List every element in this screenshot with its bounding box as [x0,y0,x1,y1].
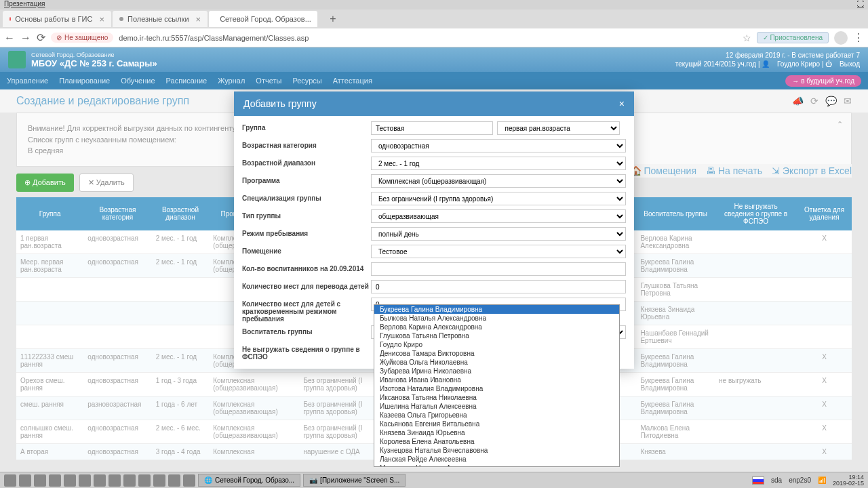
column-header[interactable]: Группа [16,197,83,230]
modal-close-icon[interactable]: × [619,98,625,109]
dropdown-option[interactable]: Верлова Карина Александровна [374,323,619,331]
close-icon[interactable]: × [196,14,201,24]
tray-icon[interactable] [79,474,91,487]
tray-icon[interactable] [108,474,121,487]
count2-input[interactable] [371,280,626,293]
dropdown-option[interactable]: Ишелина Наталья Алексеевна [374,402,619,411]
type-select[interactable]: общеразвивающая [371,209,626,223]
reload-button[interactable]: ⟳ [37,31,45,44]
tray-icon[interactable] [64,474,76,487]
wifi-icon[interactable]: 📶 [818,476,826,484]
dropdown-option[interactable]: Касьянова Евгения Витальевна [374,420,619,428]
forward-button[interactable]: → [20,32,31,44]
main-menu: УправлениеПланированиеОбучениеРасписание… [0,72,868,89]
close-icon[interactable]: × [99,14,104,24]
column-header[interactable]: Возрастная категория [83,197,151,230]
dropdown-option[interactable]: Князева Зинаида Юрьевна [374,428,619,437]
column-header[interactable]: Не выгружать сведения о группе в ФСПЭО [715,197,797,230]
tray-icon[interactable] [94,474,106,487]
tab-1[interactable]: Полезные ссылки× [113,11,208,27]
column-header[interactable]: Возрастной диапазон [152,197,210,230]
tray-icon[interactable] [153,474,165,487]
tray-icon[interactable] [19,474,31,487]
task-browser[interactable]: 🌐 Сетевой Город. Образо... [198,474,300,487]
exit-link[interactable]: Выход [840,60,860,68]
menu-item[interactable]: Отчеты [256,77,281,85]
tray-icon[interactable] [168,474,180,487]
group-input[interactable] [371,121,493,135]
menu-item[interactable]: Расписание [166,77,208,85]
fullscreen-icon[interactable]: ⛶ [857,0,864,9]
keyboard-flag-icon[interactable] [752,476,764,485]
page-title: Создание и редактирование групп [16,95,189,107]
future-year-badge[interactable]: → в будущий уч.год [785,75,861,87]
mail-icon[interactable]: ✉ [844,96,852,106]
bookmark-icon[interactable]: ☆ [743,33,751,43]
menu-item[interactable]: Журнал [218,77,245,85]
export-link[interactable]: ⇲ Экспорт в Excel [772,165,852,176]
add-button[interactable]: ⊕ Добавить [16,174,74,192]
start-icon[interactable] [4,474,16,487]
dropdown-option[interactable]: Букреева Галина Владимировна [374,305,619,314]
tray-icon[interactable] [183,474,195,487]
delete-button[interactable]: ✕ Удалить [79,174,134,192]
tray-icon[interactable] [34,474,46,487]
count1-input[interactable] [371,262,626,276]
dropdown-option[interactable]: Казеева Ольга Григорьевна [374,411,619,420]
url-field[interactable]: demo.ir-tech.ru:5557/asp/ClassManagement… [119,34,736,42]
group-sub-select[interactable]: первая ран.возраста [497,121,619,135]
dropdown-option[interactable]: Иксанова Татьяна Николаевна [374,393,619,402]
presentation-link[interactable]: Презентация [4,0,45,9]
new-tab-button[interactable]: + [319,11,347,27]
tab-2[interactable]: Сетевой Город. Образов...× [209,11,317,27]
dropdown-option[interactable]: Зубарева Ирина Николаевна [374,367,619,375]
megaphone-icon[interactable]: 📣 [792,96,804,106]
menu-item[interactable]: Аттестация [333,77,372,85]
program-select[interactable]: Комплексная (общеразвивающая) [371,174,626,188]
suspend-badge[interactable]: ✓ Приостановлена [757,32,829,43]
dropdown-option[interactable]: Королева Елена Анатольевна [374,437,619,446]
net-enp: enp2s0 [789,476,811,484]
room-select[interactable]: Тестовое [371,245,626,258]
dropdown-option[interactable]: Ланская Рейде Алексеевна [374,455,619,464]
menu-icon[interactable]: ⋮ [853,31,864,44]
security-badge[interactable]: ⊘ Не защищено [51,33,113,43]
tray-icon[interactable] [123,474,136,487]
column-header[interactable]: Воспитатель группы [636,197,715,230]
chat-icon[interactable]: 💬 [825,96,837,106]
browser-tabs: Основы работы в ГИС× Полезные ссылки× Се… [0,9,868,28]
tray-icon[interactable] [49,474,61,487]
age-range-select[interactable]: 2 мес. - 1 год [371,157,626,170]
stay-select[interactable]: полный день [371,227,626,241]
collapse-icon[interactable]: ⌃ [837,119,843,130]
menu-item[interactable]: Планирование [59,77,110,85]
dropdown-option[interactable]: Изотова Наталия Владимировна [374,384,619,393]
dropdown-option[interactable]: Гоудло Криро [374,340,619,349]
net-sda: sda [771,476,782,484]
dropdown-option[interactable]: Былкова Наталья Александровна [374,314,619,323]
menu-item[interactable]: Обучение [121,77,155,85]
refresh-icon[interactable]: ⟳ [810,96,818,106]
header-date: 12 февраля 2019 г. - В системе работает … [670,51,860,60]
favicon-icon [119,17,123,21]
dropdown-option[interactable]: Иванова Ивана Ивановна [374,375,619,384]
dropdown-option[interactable]: Макавкина Надежда Александровна [374,464,619,467]
dropdown-option[interactable]: Жуйкова Ольга Николаевна [374,358,619,367]
task-screenshot[interactable]: 📷 [Приложение "Screen S... [303,474,406,487]
dropdown-option[interactable]: Денисова Тамара Викторовна [374,349,619,358]
teacher-dropdown-list[interactable]: Букреева Галина ВладимировнаБылкова Ната… [374,304,620,467]
print-link[interactable]: 🖶 На печать [706,165,762,176]
back-button[interactable]: ← [4,32,15,44]
dropdown-option[interactable]: Кузнецова Наталья Вячеславовна [374,446,619,455]
menu-item[interactable]: Ресурсы [292,77,321,85]
age-cat-select[interactable]: одновозрастная [371,139,626,152]
desktop-topbar: Презентация ⛶ [0,0,868,9]
menu-item[interactable]: Управление [7,77,48,85]
spec-select[interactable]: Без ограничений (I группа здоровья) [371,192,626,205]
tab-0[interactable]: Основы работы в ГИС× [3,11,111,27]
tray-icon[interactable] [138,474,151,487]
column-header[interactable]: Отметка для удаления [797,197,852,230]
dropdown-option[interactable]: Глушкова Татьяна Петровна [374,331,619,340]
profile-avatar[interactable] [834,31,848,45]
rooms-link[interactable]: 🏠 Помещения [630,165,696,176]
